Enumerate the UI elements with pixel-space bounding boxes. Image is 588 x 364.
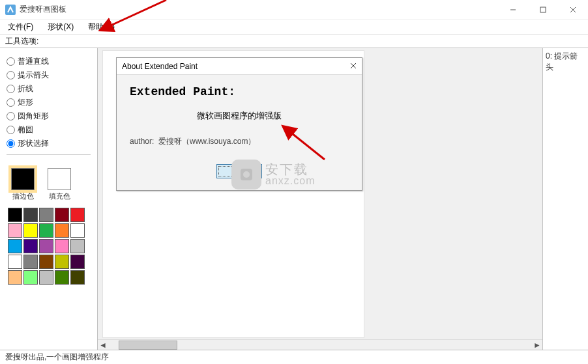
menu-shape[interactable]: 形状(X) — [45, 20, 76, 34]
color-palette — [0, 204, 97, 286]
statusbar: 爱搜呀出品,一个画图增强程序 — [0, 350, 588, 364]
app-icon — [5, 5, 16, 15]
palette-swatch[interactable] — [8, 270, 22, 285]
scroll-thumb[interactable] — [119, 341, 177, 350]
status-text: 爱搜呀出品,一个画图增强程序 — [5, 352, 109, 363]
palette-swatch[interactable] — [23, 239, 38, 253]
horizontal-scrollbar[interactable]: ◄ ► — [98, 339, 542, 350]
palette-swatch[interactable] — [70, 208, 85, 222]
menubar: 文件(F) 形状(X) 帮助(H) — [0, 20, 588, 34]
fill-swatch[interactable] — [48, 168, 71, 190]
palette-swatch[interactable] — [39, 270, 53, 285]
tool-radio-6[interactable]: 形状选择 — [7, 138, 91, 149]
tool-radio-2[interactable]: 折线 — [7, 83, 91, 94]
tool-radio-0[interactable]: 普通直线 — [7, 56, 91, 67]
palette-swatch[interactable] — [23, 255, 38, 269]
palette-swatch[interactable] — [8, 255, 22, 269]
stroke-label: 描边色 — [12, 191, 34, 201]
palette-swatch[interactable] — [39, 223, 53, 238]
menu-help[interactable]: 帮助(H) — [85, 20, 117, 34]
close-button[interactable] — [558, 0, 588, 20]
dialog-subtitle: 微软画图程序的增强版 — [130, 110, 349, 122]
palette-swatch[interactable] — [55, 255, 69, 269]
palette-swatch[interactable] — [55, 239, 69, 253]
fill-label: 填充色 — [49, 191, 70, 201]
scroll-left-arrow[interactable]: ◄ — [98, 341, 108, 350]
tool-radio-4[interactable]: 圆角矩形 — [7, 111, 91, 122]
tool-list: 普通直线提示箭头折线矩形圆角矩形椭圆形状选择 — [0, 48, 97, 165]
sidebar-right: 0: 提示箭头 — [542, 48, 588, 350]
maximize-button[interactable] — [528, 0, 558, 20]
palette-swatch[interactable] — [39, 208, 53, 222]
palette-swatch[interactable] — [70, 255, 85, 269]
palette-swatch[interactable] — [70, 270, 85, 285]
tool-options-bar: 工具选项: — [0, 34, 588, 48]
palette-swatch[interactable] — [23, 208, 38, 222]
palette-swatch[interactable] — [8, 223, 22, 238]
minimize-button[interactable] — [498, 0, 528, 20]
window-controls — [498, 0, 588, 20]
sidebar-left: 普通直线提示箭头折线矩形圆角矩形椭圆形状选择 描边色 填充色 — [0, 48, 98, 350]
tool-radio-1[interactable]: 提示箭头 — [7, 70, 91, 81]
stroke-swatch[interactable] — [11, 168, 35, 190]
dialog-heading: Extended Paint: — [130, 85, 349, 98]
tool-radio-5[interactable]: 椭圆 — [7, 124, 91, 135]
palette-swatch[interactable] — [8, 239, 22, 253]
palette-swatch[interactable] — [39, 239, 53, 253]
tool-radio-3[interactable]: 矩形 — [7, 97, 91, 108]
palette-swatch[interactable] — [70, 223, 85, 238]
scroll-right-arrow[interactable]: ► — [532, 341, 542, 350]
dialog-titlebar[interactable]: About Extended Paint — [117, 58, 362, 75]
dialog-author: author: 爱搜呀（www.isouya.com） — [130, 136, 349, 147]
menu-file[interactable]: 文件(F) — [5, 20, 36, 34]
watermark: 安下载 anxz.com — [231, 160, 315, 189]
watermark-logo — [231, 160, 261, 189]
palette-swatch[interactable] — [8, 208, 22, 222]
titlebar: 爱搜呀画图板 — [0, 0, 588, 20]
app-title: 爱搜呀画图板 — [20, 4, 498, 15]
palette-swatch[interactable] — [23, 223, 38, 238]
svg-rect-2 — [540, 7, 546, 12]
palette-swatch[interactable] — [55, 223, 69, 238]
palette-swatch[interactable] — [55, 270, 69, 285]
dialog-title-text: About Extended Paint — [122, 62, 350, 71]
palette-swatch[interactable] — [23, 270, 38, 285]
watermark-top: 安下载 — [265, 163, 315, 176]
svg-point-8 — [243, 171, 250, 178]
palette-swatch[interactable] — [39, 255, 53, 269]
tool-options-label: 工具选项: — [5, 36, 38, 47]
palette-swatch[interactable] — [70, 239, 85, 253]
object-list-item[interactable]: 0: 提示箭头 — [546, 51, 578, 72]
dialog-close-icon[interactable] — [350, 62, 357, 71]
watermark-bottom: anxz.com — [265, 176, 315, 186]
palette-swatch[interactable] — [55, 208, 69, 222]
swatch-row: 描边色 填充色 — [0, 165, 97, 204]
